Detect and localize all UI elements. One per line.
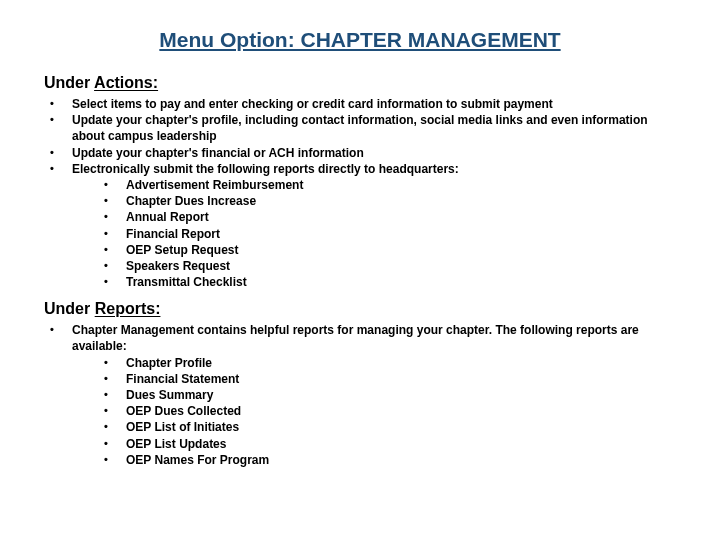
list-item: OEP List Updates bbox=[102, 436, 676, 452]
list-item: OEP Setup Request bbox=[102, 242, 676, 258]
heading-prefix: Under bbox=[44, 74, 94, 91]
list-item: Speakers Request bbox=[102, 258, 676, 274]
page-title: Menu Option: CHAPTER MANAGEMENT bbox=[44, 28, 676, 52]
list-item-text: Financial Statement bbox=[126, 372, 239, 386]
heading-label: Actions: bbox=[94, 74, 158, 91]
list-item: Financial Report bbox=[102, 226, 676, 242]
list-item-text: Electronically submit the following repo… bbox=[72, 162, 459, 176]
reports-list: Chapter Management contains helpful repo… bbox=[44, 322, 676, 468]
document-page: Menu Option: CHAPTER MANAGEMENT Under Ac… bbox=[0, 0, 720, 468]
actions-list: Select items to pay and enter checking o… bbox=[44, 96, 676, 290]
list-item: OEP Dues Collected bbox=[102, 403, 676, 419]
list-item: Electronically submit the following repo… bbox=[48, 161, 676, 291]
list-item: Chapter Dues Increase bbox=[102, 193, 676, 209]
list-item: Financial Statement bbox=[102, 371, 676, 387]
list-item-text: Chapter Management contains helpful repo… bbox=[72, 323, 639, 353]
actions-sublist: Advertisement Reimbursement Chapter Dues… bbox=[72, 177, 676, 290]
list-item: Advertisement Reimbursement bbox=[102, 177, 676, 193]
section-heading-actions: Under Actions: bbox=[44, 74, 676, 92]
list-item-text: OEP List Updates bbox=[126, 437, 226, 451]
list-item-text: Select items to pay and enter checking o… bbox=[72, 97, 553, 111]
list-item-text: Chapter Dues Increase bbox=[126, 194, 256, 208]
list-item-text: Transmittal Checklist bbox=[126, 275, 247, 289]
list-item: Annual Report bbox=[102, 209, 676, 225]
list-item: Dues Summary bbox=[102, 387, 676, 403]
list-item: Transmittal Checklist bbox=[102, 274, 676, 290]
list-item: OEP Names For Program bbox=[102, 452, 676, 468]
list-item: Update your chapter's financial or ACH i… bbox=[48, 145, 676, 161]
heading-label: Reports: bbox=[95, 300, 161, 317]
list-item-text: Advertisement Reimbursement bbox=[126, 178, 303, 192]
list-item-text: Dues Summary bbox=[126, 388, 213, 402]
list-item: Select items to pay and enter checking o… bbox=[48, 96, 676, 112]
list-item: Chapter Management contains helpful repo… bbox=[48, 322, 676, 468]
list-item-text: Update your chapter's profile, including… bbox=[72, 113, 648, 143]
list-item-text: OEP Names For Program bbox=[126, 453, 269, 467]
reports-sublist: Chapter Profile Financial Statement Dues… bbox=[72, 355, 676, 468]
heading-prefix: Under bbox=[44, 300, 95, 317]
list-item: Chapter Profile bbox=[102, 355, 676, 371]
list-item: Update your chapter's profile, including… bbox=[48, 112, 676, 144]
list-item-text: OEP Dues Collected bbox=[126, 404, 241, 418]
list-item-text: OEP List of Initiates bbox=[126, 420, 239, 434]
list-item-text: Speakers Request bbox=[126, 259, 230, 273]
list-item-text: Chapter Profile bbox=[126, 356, 212, 370]
list-item-text: Financial Report bbox=[126, 227, 220, 241]
list-item-text: OEP Setup Request bbox=[126, 243, 238, 257]
list-item: OEP List of Initiates bbox=[102, 419, 676, 435]
list-item-text: Annual Report bbox=[126, 210, 209, 224]
section-heading-reports: Under Reports: bbox=[44, 300, 676, 318]
list-item-text: Update your chapter's financial or ACH i… bbox=[72, 146, 364, 160]
